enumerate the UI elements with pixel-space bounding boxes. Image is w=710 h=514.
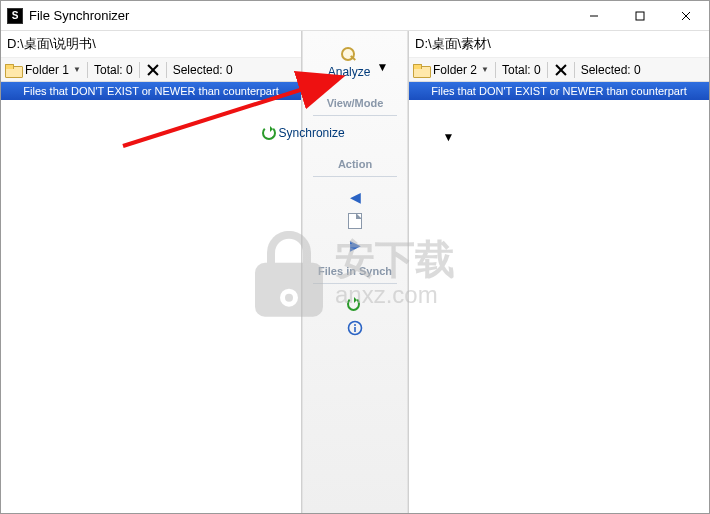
magnifier-icon bbox=[341, 47, 357, 63]
left-selected: Selected: 0 bbox=[173, 63, 233, 77]
right-toolbar: Folder 2 ▼ Total: 0 Selected: 0 bbox=[409, 58, 709, 82]
sync-dropdown-icon[interactable]: ▼ bbox=[443, 130, 455, 144]
right-pane: D:\桌面\素材\ Folder 2 ▼ Total: 0 Selected: … bbox=[408, 31, 709, 513]
synchronize-mode-button[interactable]: Synchronize bbox=[256, 124, 351, 142]
synchronize-label: Synchronize bbox=[279, 126, 345, 140]
info-icon[interactable] bbox=[347, 320, 363, 336]
left-total: Total: 0 bbox=[94, 63, 133, 77]
copy-docs-icon[interactable] bbox=[347, 213, 363, 229]
analyze-dropdown-icon[interactable]: ▼ bbox=[376, 60, 388, 74]
folder-open-icon[interactable] bbox=[413, 64, 429, 76]
arrow-right-icon[interactable]: ▶ bbox=[347, 237, 363, 253]
right-total: Total: 0 bbox=[502, 63, 541, 77]
analyze-label: Analyze bbox=[328, 65, 371, 79]
window-title: File Synchronizer bbox=[29, 8, 129, 23]
folder2-label[interactable]: Folder 2 bbox=[433, 63, 477, 77]
right-path[interactable]: D:\桌面\素材\ bbox=[409, 31, 709, 58]
chevron-down-icon[interactable]: ▼ bbox=[481, 65, 489, 74]
folder-open-icon[interactable] bbox=[5, 64, 21, 76]
svg-rect-1 bbox=[636, 12, 644, 20]
left-banner: Files that DON'T EXIST or NEWER than cou… bbox=[1, 82, 301, 100]
files-in-synch-heading: Files in Synch bbox=[318, 265, 392, 277]
chevron-down-icon[interactable]: ▼ bbox=[73, 65, 81, 74]
folder1-label[interactable]: Folder 1 bbox=[25, 63, 69, 77]
close-button[interactable] bbox=[663, 1, 709, 31]
svg-rect-6 bbox=[354, 327, 356, 332]
app-icon: S bbox=[7, 8, 23, 24]
view-mode-heading: View/Mode bbox=[327, 97, 384, 109]
analyze-button[interactable]: Analyze bbox=[322, 45, 377, 81]
center-column: Analyze ▼ View/Mode Synchronize ▼ Action… bbox=[302, 31, 408, 513]
sync-icon bbox=[262, 126, 276, 140]
left-path[interactable]: D:\桌面\说明书\ bbox=[1, 31, 301, 58]
left-pane: D:\桌面\说明书\ Folder 1 ▼ Total: 0 Selected:… bbox=[1, 31, 302, 513]
minimize-button[interactable] bbox=[571, 1, 617, 31]
action-heading: Action bbox=[338, 158, 372, 170]
clear-icon[interactable] bbox=[554, 63, 568, 77]
left-file-list[interactable] bbox=[1, 100, 301, 513]
right-file-list[interactable] bbox=[409, 100, 709, 513]
refresh-icon[interactable] bbox=[347, 296, 363, 312]
left-toolbar: Folder 1 ▼ Total: 0 Selected: 0 bbox=[1, 58, 301, 82]
svg-point-5 bbox=[354, 324, 356, 326]
clear-icon[interactable] bbox=[146, 63, 160, 77]
right-banner: Files that DON'T EXIST or NEWER than cou… bbox=[409, 82, 709, 100]
arrow-left-icon[interactable]: ◀ bbox=[347, 189, 363, 205]
titlebar: S File Synchronizer bbox=[1, 1, 709, 31]
right-selected: Selected: 0 bbox=[581, 63, 641, 77]
maximize-button[interactable] bbox=[617, 1, 663, 31]
